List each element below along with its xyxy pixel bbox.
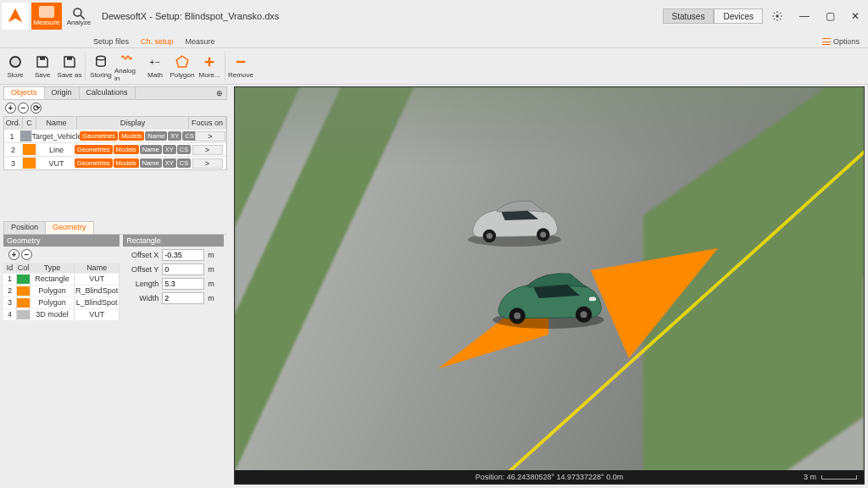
svg-point-16 xyxy=(514,313,520,319)
table-row[interactable]: 1 Target_Vehicle GeometriesModelsNameXYC… xyxy=(4,129,226,142)
save-icon xyxy=(35,54,50,69)
chip-models[interactable]: Models xyxy=(114,145,139,154)
svg-rect-19 xyxy=(589,297,596,301)
analyze-mode-button[interactable]: Analyze xyxy=(64,3,94,30)
chip-geometries[interactable]: Geometries xyxy=(75,158,113,168)
magnifier-icon xyxy=(71,6,86,18)
left-pane: Objects Origin Calculations ⊕ + − ⟳ Ord.… xyxy=(0,85,231,488)
circle-record-icon xyxy=(8,54,23,69)
svg-rect-4 xyxy=(40,57,45,60)
chip-xy[interactable]: XY xyxy=(168,131,181,141)
storing-button[interactable]: Storing xyxy=(87,54,114,79)
chip-name[interactable]: Name xyxy=(140,145,162,154)
title-bar: Measure Analyze DewesoftX - Setup: Blind… xyxy=(0,0,868,32)
chip-name[interactable]: Name xyxy=(145,131,167,141)
offset-y-field[interactable] xyxy=(162,263,204,275)
polygon-icon xyxy=(175,54,190,69)
tab-measure[interactable]: Measure xyxy=(186,37,215,46)
focus-button[interactable]: > xyxy=(195,131,225,141)
chip-xy[interactable]: XY xyxy=(163,145,176,154)
svg-point-11 xyxy=(487,233,492,239)
objects-tabs: Objects Origin Calculations ⊕ xyxy=(3,86,227,100)
table-row[interactable]: 3 VUT GeometriesModelsNameXYCS > xyxy=(4,156,226,169)
length-field[interactable] xyxy=(162,278,204,290)
tab-geometry[interactable]: Geometry xyxy=(45,221,94,234)
devices-button[interactable]: Devices xyxy=(714,8,763,24)
focus-button[interactable]: > xyxy=(192,158,223,169)
svg-point-13 xyxy=(540,231,546,237)
chip-geometries[interactable]: Geometries xyxy=(75,145,113,154)
table-row[interactable]: 2 Line GeometriesModelsNameXYCS > xyxy=(4,142,226,156)
col-ord: Ord. xyxy=(4,117,23,129)
svg-point-0 xyxy=(74,8,81,16)
wave-icon xyxy=(120,50,136,65)
table-row[interactable]: 2 Polygon R_BlindSpot xyxy=(3,285,120,297)
tab-objects[interactable]: Objects xyxy=(4,87,45,99)
window-title: DewesoftX - Setup: Blindspot_Vransko.dxs xyxy=(95,0,663,32)
3d-viewport[interactable]: Position: 46.24380528° 14.97337228° 0.0m… xyxy=(234,86,865,485)
options-button[interactable]: Options xyxy=(822,37,860,46)
col-focus: Focus on xyxy=(189,117,226,129)
svg-point-3 xyxy=(10,57,20,67)
math-button[interactable]: +−Math xyxy=(142,54,169,79)
close-button[interactable]: ✕ xyxy=(843,3,868,29)
focus-button[interactable]: > xyxy=(192,145,223,155)
tab-origin[interactable]: Origin xyxy=(45,87,80,99)
expand-icon[interactable]: ⊕ xyxy=(213,87,226,99)
math-icon: +− xyxy=(147,54,163,69)
add-geometry-button[interactable]: + xyxy=(8,249,19,260)
target-vehicle xyxy=(455,185,575,252)
maximize-button[interactable]: ▢ xyxy=(817,3,843,29)
chip-geometries[interactable]: Geometries xyxy=(80,131,118,141)
minimize-button[interactable]: — xyxy=(792,3,817,29)
chip-xy[interactable]: XY xyxy=(163,158,176,168)
svg-rect-5 xyxy=(67,57,72,60)
save-as-button[interactable]: Save as xyxy=(56,54,83,79)
col-c: C xyxy=(23,117,36,129)
svg-point-18 xyxy=(581,311,587,318)
col-name: Name xyxy=(36,117,77,129)
app-logo xyxy=(2,3,29,30)
add-object-button[interactable]: + xyxy=(5,103,16,114)
statuses-button[interactable]: Statuses xyxy=(663,8,715,24)
col-display: Display xyxy=(77,117,189,129)
measure-mode-button[interactable]: Measure xyxy=(31,3,62,30)
tab-calculations[interactable]: Calculations xyxy=(80,87,136,99)
chip-models[interactable]: Models xyxy=(119,131,144,141)
refresh-button[interactable]: ⟳ xyxy=(31,103,42,114)
plus-icon xyxy=(202,54,217,69)
viewport-status-bar: Position: 46.24380528° 14.97337228° 0.0m… xyxy=(235,470,864,484)
tab-position[interactable]: Position xyxy=(3,221,46,234)
save-as-icon xyxy=(62,54,77,69)
remove-geometry-button[interactable]: − xyxy=(21,249,32,260)
chip-name[interactable]: Name xyxy=(140,158,162,168)
remove-object-button[interactable]: − xyxy=(18,103,29,114)
database-icon xyxy=(93,54,108,69)
table-row[interactable]: 3 Polygon L_BlindSpot xyxy=(3,297,120,308)
tab-setup-files[interactable]: Setup files xyxy=(93,37,129,46)
table-row[interactable]: 4 3D model VUT xyxy=(3,308,120,320)
polygon-button[interactable]: Polygon xyxy=(169,54,196,79)
svg-marker-8 xyxy=(176,56,188,67)
geometry-table: Id Col Type Name 1 Rectangle VUT 2 Polyg… xyxy=(3,263,120,320)
svg-text:+−: +− xyxy=(149,56,159,66)
remove-button[interactable]: Remove xyxy=(227,54,254,79)
scale-bar-icon xyxy=(821,475,857,480)
ribbon: Store Save Save as Storing Analog in +−M… xyxy=(0,47,868,85)
save-button[interactable]: Save xyxy=(29,54,56,79)
rectangle-header: Rectangle xyxy=(123,235,224,247)
offset-x-field[interactable] xyxy=(162,249,204,261)
objects-table: Ord. C Name Display Focus on 1 Target_Ve… xyxy=(3,116,227,170)
width-field[interactable] xyxy=(162,292,204,304)
minus-icon xyxy=(233,54,248,69)
more-button[interactable]: More... xyxy=(196,54,223,79)
svg-point-2 xyxy=(776,14,779,18)
vut-vehicle xyxy=(481,257,616,333)
table-row[interactable]: 1 Rectangle VUT xyxy=(3,273,120,285)
gear-icon[interactable] xyxy=(771,10,783,22)
chip-models[interactable]: Models xyxy=(114,158,139,168)
analog-in-button[interactable]: Analog in xyxy=(114,50,142,82)
tab-ch-setup[interactable]: Ch. setup xyxy=(141,37,174,46)
store-button[interactable]: Store xyxy=(2,54,29,79)
position-readout: Position: 46.24380528° 14.97337228° 0.0m xyxy=(476,473,623,481)
